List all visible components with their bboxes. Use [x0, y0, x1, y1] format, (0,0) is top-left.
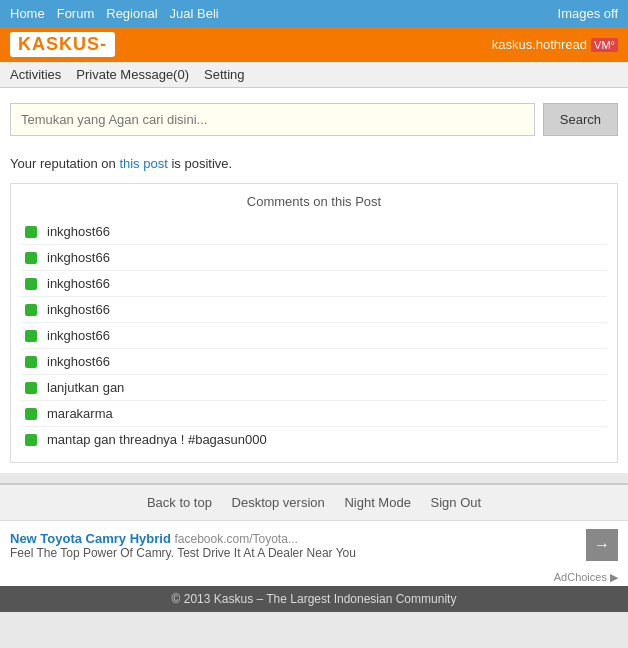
sub-nav: Activities Private Message(0) Setting: [0, 62, 628, 88]
adchoices[interactable]: AdChoices ▶: [0, 569, 628, 586]
desktop-version-link[interactable]: Desktop version: [232, 495, 325, 510]
subnav-setting[interactable]: Setting: [204, 67, 244, 82]
search-button[interactable]: Search: [543, 103, 618, 136]
nav-jual-beli[interactable]: Jual Beli: [170, 6, 219, 21]
ad-content: New Toyota Camry Hybrid facebook.com/Toy…: [10, 531, 576, 560]
comment-text: inkghost66: [47, 302, 110, 317]
logo-bar: KASKUS- kaskus.hothread VM°: [0, 27, 628, 62]
comment-text: mantap gan threadnya ! #bagasun000: [47, 432, 267, 447]
reputation-prefix: Your reputation on: [10, 156, 119, 171]
comment-row: mantap gan threadnya ! #bagasun000: [21, 427, 607, 452]
comment-row: inkghost66: [21, 271, 607, 297]
main-content: Search Your reputation on this post is p…: [0, 88, 628, 473]
nav-forum[interactable]: Forum: [57, 6, 95, 21]
ad-title[interactable]: New Toyota Camry Hybrid: [10, 531, 171, 546]
top-nav-links: Home Forum Regional Jual Beli: [10, 6, 219, 21]
comments-title: Comments on this Post: [21, 194, 607, 209]
green-dot-icon: [25, 330, 37, 342]
subnav-activities[interactable]: Activities: [10, 67, 61, 82]
kaskus-logo[interactable]: KASKUS-: [10, 32, 115, 57]
ad-arrow-button[interactable]: →: [586, 529, 618, 561]
comment-text: inkghost66: [47, 250, 110, 265]
green-dot-icon: [25, 278, 37, 290]
green-dot-icon: [25, 226, 37, 238]
reputation-text: Your reputation on this post is positive…: [10, 156, 618, 171]
reputation-suffix: is positive.: [168, 156, 232, 171]
comment-row: inkghost66: [21, 323, 607, 349]
green-dot-icon: [25, 434, 37, 446]
comment-text: inkghost66: [47, 354, 110, 369]
ad-source: facebook.com/Toyota...: [174, 532, 297, 546]
comment-row: inkghost66: [21, 297, 607, 323]
subnav-private-message[interactable]: Private Message(0): [76, 67, 189, 82]
comment-text: inkghost66: [47, 276, 110, 291]
green-dot-icon: [25, 356, 37, 368]
sign-out-link[interactable]: Sign Out: [431, 495, 482, 510]
green-dot-icon: [25, 408, 37, 420]
comment-row: inkghost66: [21, 245, 607, 271]
reputation-link[interactable]: this post: [119, 156, 167, 171]
night-mode-link[interactable]: Night Mode: [344, 495, 410, 510]
vm-badge: VM°: [591, 38, 618, 52]
logo-right: kaskus.hothread VM°: [492, 37, 618, 52]
green-dot-icon: [25, 382, 37, 394]
search-input[interactable]: [10, 103, 535, 136]
copyright: © 2013 Kaskus – The Largest Indonesian C…: [0, 586, 628, 612]
images-off[interactable]: Images off: [558, 6, 618, 21]
comment-text: lanjutkan gan: [47, 380, 124, 395]
green-dot-icon: [25, 252, 37, 264]
comment-text: marakarma: [47, 406, 113, 421]
comment-row: inkghost66: [21, 219, 607, 245]
comment-row: lanjutkan gan: [21, 375, 607, 401]
footer-links: Back to top Desktop version Night Mode S…: [0, 483, 628, 520]
comment-text: inkghost66: [47, 328, 110, 343]
ad-section: New Toyota Camry Hybrid facebook.com/Toy…: [0, 520, 628, 569]
comment-row: inkghost66: [21, 349, 607, 375]
comment-text: inkghost66: [47, 224, 110, 239]
comments-section: Comments on this Post inkghost66 inkghos…: [10, 183, 618, 463]
search-bar: Search: [10, 98, 618, 141]
nav-regional[interactable]: Regional: [106, 6, 157, 21]
comment-row: marakarma: [21, 401, 607, 427]
back-to-top-link[interactable]: Back to top: [147, 495, 212, 510]
top-nav: Home Forum Regional Jual Beli Images off: [0, 0, 628, 27]
hothread-link[interactable]: kaskus.hothread: [492, 37, 587, 52]
green-dot-icon: [25, 304, 37, 316]
ad-description: Feel The Top Power Of Camry. Test Drive …: [10, 546, 576, 560]
nav-home[interactable]: Home: [10, 6, 45, 21]
